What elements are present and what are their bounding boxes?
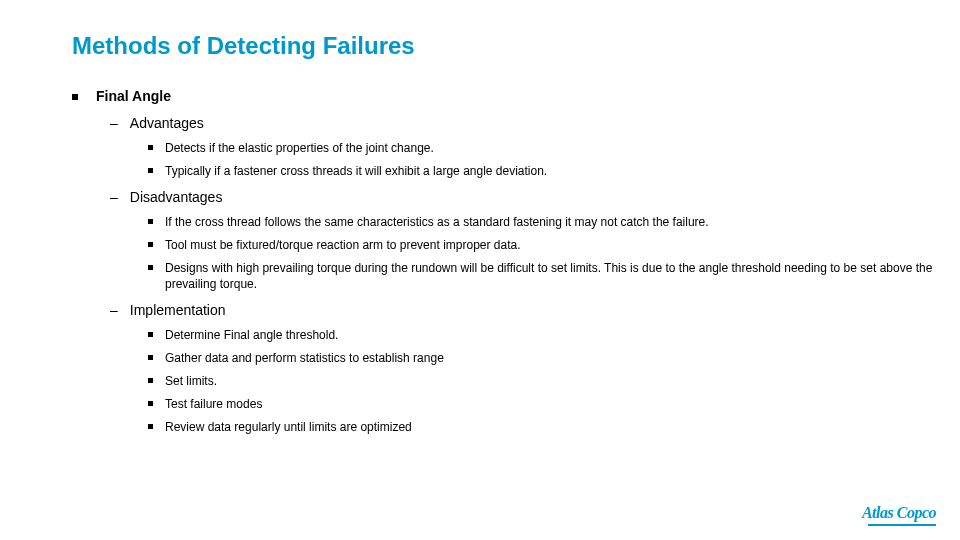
section-label: Implementation [130,301,226,319]
square-bullet-icon [148,265,153,270]
brand-logo-underline [868,524,936,526]
list-item: If the cross thread follows the same cha… [148,214,960,231]
list-item: Typically if a fastener cross threads it… [148,163,960,180]
square-bullet-icon [148,145,153,150]
slide-title: Methods of Detecting Failures [72,32,960,60]
dash-icon: – [110,188,118,206]
section-label: Advantages [130,114,204,132]
square-bullet-icon [148,378,153,383]
brand-logo: Atlas Copco [862,504,936,522]
list-item-text: Gather data and perform statistics to es… [165,350,444,367]
square-bullet-icon [148,355,153,360]
square-bullet-icon [148,219,153,224]
list-item-text: Determine Final angle threshold. [165,327,338,344]
square-bullet-icon [148,168,153,173]
topic-text: Final Angle [96,88,171,104]
list-item-text: Designs with high prevailing torque duri… [165,260,935,294]
list-item: Gather data and perform statistics to es… [148,350,960,367]
list-item: Set limits. [148,373,960,390]
list-item-text: Review data regularly until limits are o… [165,419,412,436]
square-bullet-icon [72,94,78,100]
list-item-text: Typically if a fastener cross threads it… [165,163,547,180]
section-implementation: – Implementation [110,301,960,319]
section-label: Disadvantages [130,188,223,206]
list-item: Review data regularly until limits are o… [148,419,960,436]
list-item-text: If the cross thread follows the same cha… [165,214,709,231]
list-item: Test failure modes [148,396,960,413]
section-advantages: – Advantages [110,114,960,132]
list-item: Detects if the elastic properties of the… [148,140,960,157]
list-item: Designs with high prevailing torque duri… [148,260,960,294]
topic-row: Final Angle [72,88,960,104]
slide-content: Final Angle – Advantages Detects if the … [72,88,960,435]
list-item-text: Test failure modes [165,396,262,413]
section-disadvantages: – Disadvantages [110,188,960,206]
list-item: Determine Final angle threshold. [148,327,960,344]
dash-icon: – [110,301,118,319]
square-bullet-icon [148,424,153,429]
square-bullet-icon [148,242,153,247]
list-item-text: Tool must be fixtured/torque reaction ar… [165,237,521,254]
list-item: Tool must be fixtured/torque reaction ar… [148,237,960,254]
square-bullet-icon [148,332,153,337]
slide: Methods of Detecting Failures Final Angl… [0,0,960,435]
square-bullet-icon [148,401,153,406]
list-item-text: Detects if the elastic properties of the… [165,140,434,157]
dash-icon: – [110,114,118,132]
list-item-text: Set limits. [165,373,217,390]
